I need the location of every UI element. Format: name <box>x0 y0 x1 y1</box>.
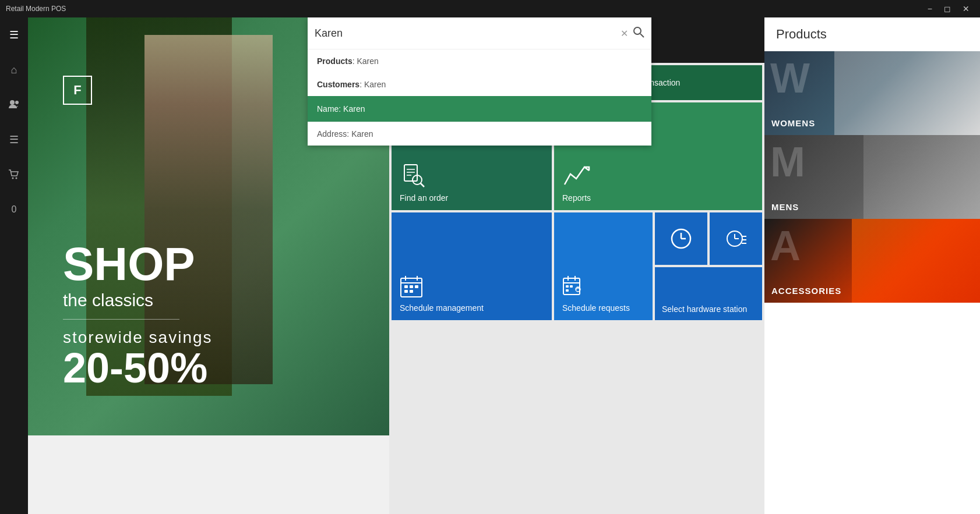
mens-letter: M <box>770 141 805 183</box>
schedule-requests-tile[interactable]: Schedule requests <box>554 212 653 320</box>
sidebar-customers-icon[interactable] <box>2 93 26 116</box>
clock-list-tile[interactable] <box>710 212 762 265</box>
maximize-button[interactable]: ◻ <box>939 3 956 15</box>
search-clear-button[interactable]: ✕ <box>621 28 628 39</box>
window-controls: − ◻ ✕ <box>923 3 974 15</box>
mens-product-card[interactable]: M MENS <box>764 135 980 219</box>
svg-line-5 <box>640 34 644 37</box>
close-button[interactable]: ✕ <box>958 3 974 15</box>
select-hardware-station-label: Select hardware station <box>662 304 747 314</box>
womens-label: WOMENS <box>771 118 815 128</box>
sidebar-zero-icon[interactable]: 0 <box>2 198 26 221</box>
hero-percent: 20-50% <box>63 347 213 389</box>
search-customers-category[interactable]: Customers: Karen <box>308 73 651 96</box>
schedule-management-label: Schedule management <box>400 303 484 313</box>
search-result-address[interactable]: Address: Karen <box>308 122 651 146</box>
svg-point-1 <box>15 101 19 104</box>
schedule-row: Schedule management Schedule requ <box>392 212 762 320</box>
hero-divider <box>63 319 179 320</box>
right-panel: Products W WOMENS M MENS A ACCESSORIES <box>764 17 980 514</box>
app-title: Retail Modern POS <box>6 5 66 13</box>
svg-rect-28 <box>570 285 573 288</box>
mens-label: MENS <box>771 202 799 212</box>
accessories-label: ACCESSORIES <box>771 286 841 296</box>
search-bar: ✕ <box>308 17 651 49</box>
svg-rect-8 <box>404 165 417 181</box>
accessories-letter: A <box>770 225 801 267</box>
sidebar-menu-icon[interactable]: ☰ <box>2 23 26 47</box>
search-products-label: Products <box>317 56 352 66</box>
search-products-category[interactable]: Products: Karen <box>308 49 651 73</box>
main-content: F SHOP the classics storewide savings 20… <box>28 17 980 514</box>
sidebar-home-icon[interactable]: ⌂ <box>2 58 26 81</box>
hero-headline: SHOP <box>63 241 213 288</box>
clock-icon-tile[interactable] <box>655 212 707 265</box>
svg-line-13 <box>421 183 424 187</box>
find-order-label: Find an order <box>400 193 448 203</box>
svg-rect-21 <box>404 290 408 293</box>
schedule-management-tile[interactable]: Schedule management <box>392 212 552 320</box>
search-result-name[interactable]: Name: Karen <box>308 96 651 122</box>
svg-rect-22 <box>410 290 413 293</box>
svg-rect-20 <box>415 285 418 288</box>
search-container: ✕ Products: Karen Customers: Karen Name:… <box>308 17 651 146</box>
search-input[interactable] <box>315 27 616 40</box>
search-dropdown: Products: Karen Customers: Karen Name: K… <box>308 49 651 146</box>
hero-badge: F <box>63 76 92 105</box>
search-button[interactable] <box>633 26 644 41</box>
title-bar: Retail Modern POS − ◻ ✕ <box>0 0 980 17</box>
womens-product-card[interactable]: W WOMENS <box>764 51 980 135</box>
sidebar-list-icon[interactable]: ☰ <box>2 128 26 151</box>
hw-station-group: Select hardware station <box>655 212 762 320</box>
products-title: Products <box>764 17 980 51</box>
svg-rect-19 <box>410 285 413 288</box>
reports-label: Reports <box>562 193 591 203</box>
schedule-requests-label: Schedule requests <box>562 303 630 313</box>
select-hardware-station-tile[interactable]: Select hardware station <box>655 267 762 320</box>
hero-subheadline: the classics <box>63 290 213 310</box>
svg-point-2 <box>12 178 14 179</box>
hero-overlay: SHOP the classics storewide savings 20-5… <box>63 241 213 389</box>
svg-point-4 <box>634 27 641 34</box>
svg-rect-29 <box>566 289 569 292</box>
svg-point-0 <box>10 100 15 105</box>
accessories-product-card[interactable]: A ACCESSORIES <box>764 219 980 303</box>
search-result-name-text: Name: Karen <box>317 104 642 114</box>
search-customers-label: Customers <box>317 80 359 89</box>
svg-point-3 <box>16 178 17 179</box>
minimize-button[interactable]: − <box>923 3 937 15</box>
hw-top-row <box>655 212 762 265</box>
sidebar-cart-icon[interactable] <box>2 163 26 186</box>
svg-rect-18 <box>404 285 408 288</box>
svg-rect-27 <box>566 285 569 288</box>
womens-letter: W <box>770 57 810 99</box>
sidebar: ☰ ⌂ ☰ 0 <box>0 17 28 514</box>
